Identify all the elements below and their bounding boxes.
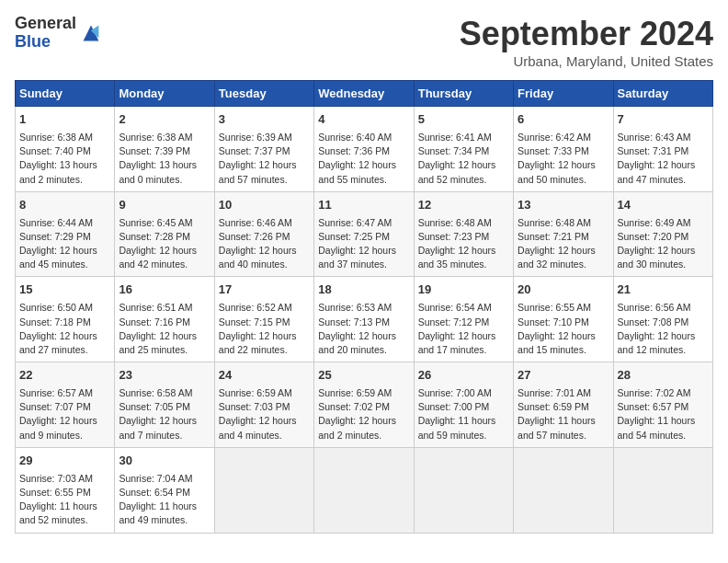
day-info-line: and 27 minutes. <box>19 343 110 357</box>
day-info-line: Daylight: 12 hours <box>19 414 110 428</box>
day-info-line: Sunset: 7:39 PM <box>119 144 210 158</box>
day-info-line: Daylight: 12 hours <box>19 329 110 343</box>
day-info-line: and 40 minutes. <box>219 258 310 271</box>
header-thursday: Thursday <box>414 81 513 107</box>
day-info-line: and 42 minutes. <box>119 258 210 271</box>
calendar-cell: 11Sunrise: 6:47 AMSunset: 7:25 PMDayligh… <box>314 191 414 277</box>
day-info-line: Sunrise: 6:42 AM <box>518 131 609 144</box>
day-number: 5 <box>418 111 509 129</box>
day-info-line: and 2 minutes. <box>19 173 110 187</box>
day-info-line: Sunrise: 6:53 AM <box>318 301 409 315</box>
calendar-cell <box>414 447 513 533</box>
day-number: 30 <box>119 453 210 470</box>
calendar-cell: 23Sunrise: 6:58 AMSunset: 7:05 PMDayligh… <box>115 362 214 448</box>
day-info-line: Sunrise: 6:59 AM <box>318 386 409 400</box>
day-info-line: and 57 minutes. <box>219 173 310 187</box>
logo-general: General <box>15 14 76 32</box>
day-info-line: and 7 minutes. <box>119 429 210 442</box>
calendar-cell: 8Sunrise: 6:44 AMSunset: 7:29 PMDaylight… <box>16 191 115 277</box>
day-info-line: and 55 minutes. <box>318 173 409 187</box>
title-block: September 2024 Urbana, Maryland, United … <box>460 15 713 69</box>
calendar-cell: 22Sunrise: 6:57 AMSunset: 7:07 PMDayligh… <box>16 362 115 448</box>
day-number: 9 <box>119 197 210 214</box>
calendar-week-3: 15Sunrise: 6:50 AMSunset: 7:18 PMDayligh… <box>16 277 713 362</box>
day-info-line: Daylight: 11 hours <box>618 414 709 428</box>
day-number: 27 <box>518 367 609 385</box>
day-info-line: Sunset: 7:34 PM <box>418 144 509 158</box>
day-number: 26 <box>418 367 509 385</box>
day-info-line: Sunrise: 6:47 AM <box>318 216 409 230</box>
day-info-line: Daylight: 11 hours <box>19 500 110 513</box>
day-info-line: Daylight: 11 hours <box>119 500 210 513</box>
day-number: 20 <box>518 282 609 299</box>
day-number: 10 <box>219 197 310 214</box>
day-info-line: and 37 minutes. <box>318 258 409 271</box>
day-info-line: Daylight: 12 hours <box>119 244 210 258</box>
day-info-line: Sunrise: 6:45 AM <box>119 216 210 230</box>
day-info-line: Daylight: 12 hours <box>318 329 409 343</box>
day-info-line: Sunset: 7:10 PM <box>518 316 609 329</box>
day-info-line: Sunrise: 6:40 AM <box>318 131 409 144</box>
day-number: 16 <box>119 282 210 299</box>
day-info-line: Sunset: 7:25 PM <box>318 230 409 244</box>
day-info-line: and 30 minutes. <box>618 258 709 271</box>
day-info-line: Sunrise: 6:52 AM <box>219 301 310 315</box>
day-number: 12 <box>418 197 509 214</box>
logo: General Blue <box>15 15 104 52</box>
calendar-week-1: 1Sunrise: 6:38 AMSunset: 7:40 PMDaylight… <box>16 107 713 192</box>
calendar-cell: 18Sunrise: 6:53 AMSunset: 7:13 PMDayligh… <box>314 277 414 362</box>
calendar-cell: 28Sunrise: 7:02 AMSunset: 6:57 PMDayligh… <box>613 362 712 448</box>
day-number: 21 <box>618 282 709 299</box>
day-info-line: and 49 minutes. <box>119 513 210 527</box>
day-info-line: Daylight: 12 hours <box>418 329 509 343</box>
day-info-line: Daylight: 12 hours <box>219 158 310 172</box>
day-info-line: Daylight: 12 hours <box>418 158 509 172</box>
day-number: 6 <box>518 111 609 129</box>
day-info-line: Sunset: 7:02 PM <box>318 400 409 414</box>
day-info-line: Sunset: 7:00 PM <box>418 400 509 414</box>
calendar-week-5: 29Sunrise: 7:03 AMSunset: 6:55 PMDayligh… <box>16 447 713 533</box>
day-info-line: and 2 minutes. <box>318 429 409 442</box>
day-info-line: Sunset: 7:36 PM <box>318 144 409 158</box>
day-info-line: Daylight: 12 hours <box>618 158 709 172</box>
calendar-cell: 21Sunrise: 6:56 AMSunset: 7:08 PMDayligh… <box>613 277 712 362</box>
day-info-line: Sunrise: 7:03 AM <box>19 472 110 486</box>
day-info-line: Daylight: 12 hours <box>618 329 709 343</box>
day-info-line: Sunrise: 6:38 AM <box>119 131 210 144</box>
calendar-cell: 27Sunrise: 7:01 AMSunset: 6:59 PMDayligh… <box>514 362 613 448</box>
calendar-cell: 29Sunrise: 7:03 AMSunset: 6:55 PMDayligh… <box>16 447 115 533</box>
calendar-cell: 19Sunrise: 6:54 AMSunset: 7:12 PMDayligh… <box>414 277 513 362</box>
day-info-line: Sunset: 7:03 PM <box>219 400 310 414</box>
day-info-line: and 57 minutes. <box>518 429 609 442</box>
calendar-cell: 25Sunrise: 6:59 AMSunset: 7:02 PMDayligh… <box>314 362 414 448</box>
day-number: 25 <box>318 367 409 385</box>
day-info-line: Daylight: 12 hours <box>318 414 409 428</box>
day-info-line: Sunrise: 6:55 AM <box>518 301 609 315</box>
calendar-cell <box>613 447 712 533</box>
day-number: 8 <box>19 197 110 214</box>
header-friday: Friday <box>514 81 613 107</box>
calendar-cell: 1Sunrise: 6:38 AMSunset: 7:40 PMDaylight… <box>16 107 115 192</box>
day-number: 28 <box>618 367 709 385</box>
day-info-line: Daylight: 12 hours <box>418 244 509 258</box>
day-info-line: Daylight: 12 hours <box>219 244 310 258</box>
day-info-line: and 25 minutes. <box>119 343 210 357</box>
day-info-line: Sunrise: 6:50 AM <box>19 301 110 315</box>
day-info-line: Sunset: 7:28 PM <box>119 230 210 244</box>
calendar-cell: 10Sunrise: 6:46 AMSunset: 7:26 PMDayligh… <box>214 191 313 277</box>
day-number: 1 <box>19 111 110 129</box>
header-wednesday: Wednesday <box>314 81 414 107</box>
day-info-line: and 9 minutes. <box>19 429 110 442</box>
day-info-line: and 50 minutes. <box>518 173 609 187</box>
day-number: 14 <box>618 197 709 214</box>
day-info-line: Sunset: 7:26 PM <box>219 230 310 244</box>
day-info-line: Sunset: 7:20 PM <box>618 230 709 244</box>
day-info-line: Sunset: 7:29 PM <box>19 230 110 244</box>
calendar-week-2: 8Sunrise: 6:44 AMSunset: 7:29 PMDaylight… <box>16 191 713 277</box>
page-header: General Blue September 2024 Urbana, Mary… <box>15 15 713 69</box>
day-info-line: and 32 minutes. <box>518 258 609 271</box>
day-info-line: Daylight: 12 hours <box>318 244 409 258</box>
header-tuesday: Tuesday <box>214 81 313 107</box>
calendar-cell: 15Sunrise: 6:50 AMSunset: 7:18 PMDayligh… <box>16 277 115 362</box>
calendar-cell <box>214 447 313 533</box>
